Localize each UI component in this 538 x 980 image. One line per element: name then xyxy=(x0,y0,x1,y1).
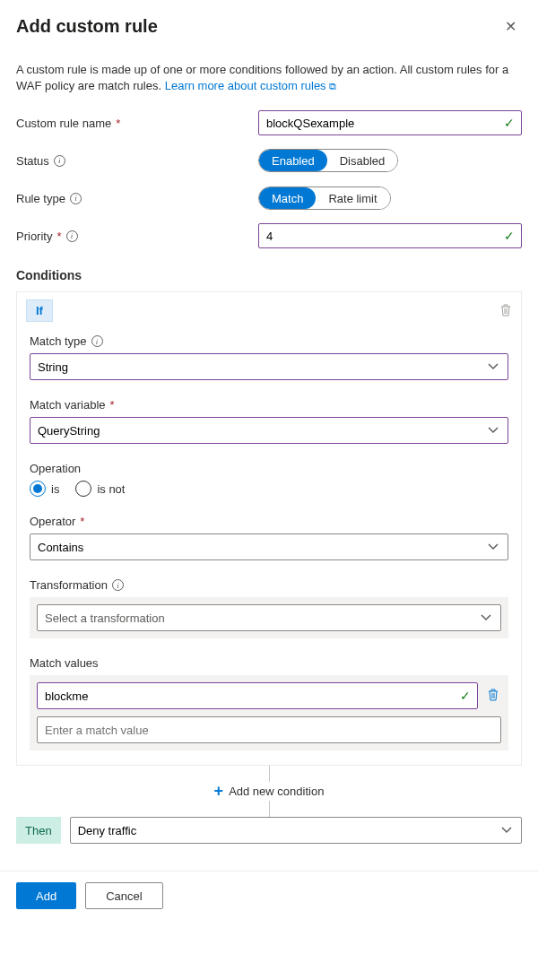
learn-more-link[interactable]: Learn more about custom rules ⧉ xyxy=(165,79,337,92)
check-icon: ✓ xyxy=(504,116,515,130)
if-badge: If xyxy=(26,299,53,322)
check-icon: ✓ xyxy=(460,689,471,703)
info-icon[interactable]: i xyxy=(91,335,103,347)
priority-input[interactable] xyxy=(258,223,522,248)
info-icon[interactable]: i xyxy=(54,155,65,167)
transformation-select[interactable]: Select a transformation xyxy=(37,604,501,631)
ruletype-ratelimit[interactable]: Rate limit xyxy=(316,187,389,209)
info-icon[interactable]: i xyxy=(112,579,124,591)
connector-line xyxy=(16,801,522,817)
intro-text: A custom rule is made up of one or more … xyxy=(16,62,522,94)
operation-is-radio[interactable]: is xyxy=(30,481,59,497)
cancel-button[interactable]: Cancel xyxy=(85,882,162,909)
match-value-input[interactable] xyxy=(37,682,478,709)
match-variable-select[interactable]: QueryString xyxy=(30,417,508,444)
operator-label: Operator* xyxy=(30,515,508,528)
add-button[interactable]: Add xyxy=(16,882,76,909)
external-link-icon: ⧉ xyxy=(329,81,336,91)
then-badge: Then xyxy=(16,817,61,844)
status-toggle[interactable]: Enabled Disabled xyxy=(258,149,398,172)
ruletype-match[interactable]: Match xyxy=(259,187,316,209)
page-title: Add custom rule xyxy=(16,16,158,37)
transformation-label: Transformation i xyxy=(30,578,508,592)
status-label: Status i xyxy=(16,154,258,168)
rule-name-input[interactable] xyxy=(258,110,522,135)
info-icon[interactable]: i xyxy=(70,193,82,204)
radio-icon xyxy=(30,481,46,497)
operation-isnot-radio[interactable]: is not xyxy=(75,481,125,497)
then-action-select[interactable]: Deny traffic xyxy=(70,817,522,844)
delete-condition-icon[interactable] xyxy=(499,303,512,319)
plus-icon: + xyxy=(214,782,224,801)
condition-card: If Match type i String Match variable* Q… xyxy=(16,291,522,766)
match-type-select[interactable]: String xyxy=(30,353,508,380)
match-type-label: Match type i xyxy=(30,334,508,348)
connector-line xyxy=(16,766,522,782)
match-value-new-input[interactable] xyxy=(37,716,501,743)
match-values-label: Match values xyxy=(30,656,508,670)
priority-label: Priority* i xyxy=(16,230,258,243)
info-icon[interactable]: i xyxy=(66,230,78,242)
learn-more-text: Learn more about custom rules xyxy=(165,79,326,92)
ruletype-toggle[interactable]: Match Rate limit xyxy=(258,186,391,210)
radio-icon xyxy=(75,481,91,497)
check-icon: ✓ xyxy=(504,229,515,243)
operator-select[interactable]: Contains xyxy=(30,533,508,560)
delete-match-value-icon[interactable] xyxy=(485,688,501,704)
status-enabled[interactable]: Enabled xyxy=(259,150,327,171)
operation-label: Operation xyxy=(30,462,508,475)
close-icon[interactable]: ✕ xyxy=(499,16,522,37)
match-variable-label: Match variable* xyxy=(30,398,508,412)
add-condition-button[interactable]: + Add new condition xyxy=(16,782,522,801)
conditions-heading: Conditions xyxy=(16,268,522,282)
status-disabled[interactable]: Disabled xyxy=(327,150,398,171)
ruletype-label: Rule type i xyxy=(16,192,258,205)
rule-name-label: Custom rule name* xyxy=(16,117,258,130)
